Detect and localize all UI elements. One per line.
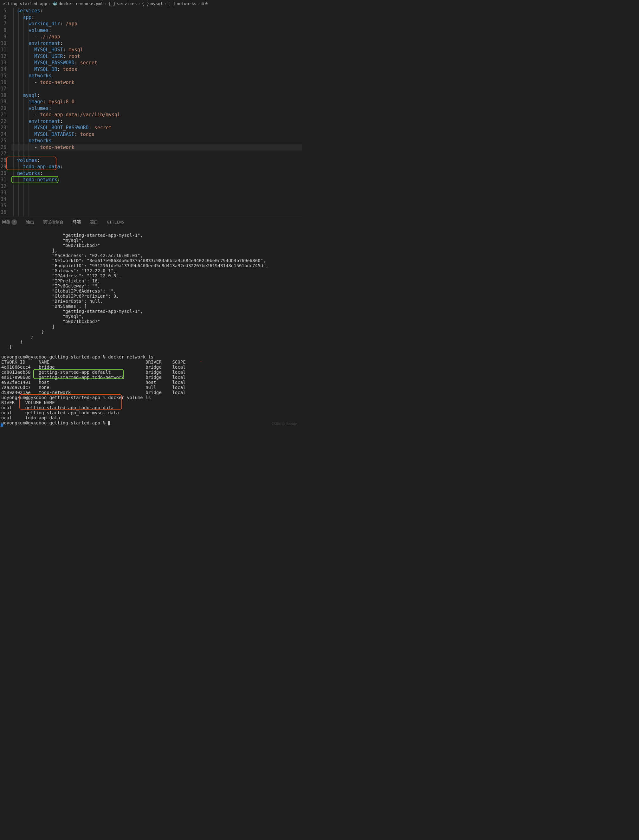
breadcrumb-separator: › (138, 1, 141, 6)
panel-tab-ports[interactable]: 端口 (90, 218, 98, 226)
code-line[interactable]: working_dir: /app (11, 21, 302, 27)
terminal-line: d599a4021ae todo-network bridge local (1, 390, 302, 395)
code-line[interactable]: - todo-network (11, 79, 302, 86)
terminal-line: } (1, 329, 302, 334)
line-number: 14 (0, 66, 6, 73)
code-line[interactable]: - todo-app-data:/var/lib/mysql (11, 111, 302, 118)
breadcrumb-item[interactable]: 0 (205, 1, 208, 6)
line-number: 17 (0, 86, 6, 92)
terminal-line: ocal getting-started-app_todo-mysql-data (1, 410, 302, 415)
line-number: 16 (0, 79, 6, 86)
breadcrumb-item[interactable]: mysql (151, 1, 163, 6)
terminal-line: } (1, 339, 302, 344)
code-line[interactable]: environment: (11, 118, 302, 125)
code-line[interactable]: MYSQL_DB: todos (11, 66, 302, 73)
breadcrumb-separator: › (49, 1, 51, 6)
code-line[interactable]: app: (11, 14, 302, 21)
line-number: 31 (0, 177, 6, 183)
watermark-text: CSDN @_Rookie_ (272, 422, 299, 426)
terminal-line: "b0d71bc3bbd7" (1, 319, 302, 324)
line-number: 19 (0, 99, 6, 105)
terminal-line: uoyongkun@gykoooo getting-started-app % … (1, 395, 302, 400)
line-number: 23 (0, 124, 6, 131)
code-line[interactable]: todo-app-data: (11, 164, 302, 170)
terminal-line: ocal getting-started-app_todo-app-data (1, 405, 302, 410)
line-number: 30 (0, 170, 6, 177)
terminal-line: "IPPrefixLen": 16, (1, 278, 302, 283)
line-number: 26 (0, 144, 6, 151)
code-area[interactable]: services: app: working_dir: /app volumes… (8, 7, 302, 216)
code-line[interactable]: services: (11, 8, 302, 14)
code-line[interactable]: MYSQL_HOST: mysql (11, 46, 302, 53)
breadcrumb-item[interactable]: networks (176, 1, 197, 6)
terminal-line: ETWORK ID NAME DRIVER SCOPE (1, 360, 302, 364)
code-line[interactable]: environment: (11, 40, 302, 47)
breadcrumb-item[interactable]: etting-started-app (3, 1, 47, 6)
code-line[interactable]: image: mysql:8.0 (11, 99, 302, 105)
line-number-gutter: 5678910111213141516171819202122232425262… (0, 7, 8, 216)
line-number: 11 (0, 46, 6, 53)
terminal-output[interactable]: "getting-started-app-mysql-1", "mysql", … (0, 226, 302, 428)
code-line[interactable] (11, 183, 302, 190)
code-line[interactable] (11, 86, 302, 92)
line-number: 35 (0, 202, 6, 209)
terminal-line: e992fec1401 host host local (1, 380, 302, 385)
suggestion-dot-icon: · (200, 359, 202, 364)
code-line[interactable] (11, 189, 302, 196)
terminal-line: "mysql", (1, 238, 302, 243)
code-line[interactable]: volumes: (11, 157, 302, 164)
code-line[interactable]: networks: (11, 73, 302, 79)
breadcrumb-item[interactable]: docker-compose.yml (59, 1, 103, 6)
line-number: 18 (0, 92, 6, 99)
terminal-line: "getting-started-app-mysql-1", (1, 233, 302, 238)
panel-tab-debug[interactable]: 调试控制台 (43, 218, 64, 226)
terminal-line: "NetworkID": "3ea617e9868db6d037a40833c9… (1, 258, 302, 263)
code-line[interactable] (11, 151, 302, 157)
code-line[interactable]: todo-network: (11, 177, 302, 183)
terminal-line: RIVER VOLUME NAME (1, 400, 302, 405)
code-line[interactable]: MYSQL_USER: root (11, 53, 302, 60)
terminal-line: "EndpointID": "931216fde9a13349b6400ee45… (1, 263, 302, 268)
terminal-line: "DNSNames": [ (1, 304, 302, 309)
code-editor[interactable]: 5678910111213141516171819202122232425262… (0, 7, 302, 216)
terminal-line: uoyongkun@gykoooo getting-started-app % … (1, 355, 302, 360)
code-line[interactable]: volumes: (11, 105, 302, 112)
line-number: 32 (0, 183, 6, 190)
terminal-line: "IPv6Gateway": "", (1, 283, 302, 288)
terminal-line: "GlobalIPv6PrefixLen": 0, (1, 294, 302, 299)
terminal-line: uoyongkun@gykoooo getting-started-app % (1, 420, 302, 425)
terminal-line: "GlobalIPv6Address": "", (1, 288, 302, 294)
line-number: 10 (0, 40, 6, 47)
panel-tab-problems[interactable]: 问题2 (2, 218, 17, 226)
code-line[interactable]: - ./:/app (11, 33, 302, 40)
code-line[interactable]: MYSQL_PASSWORD: secret (11, 60, 302, 66)
line-number: 25 (0, 138, 6, 144)
line-number: 7 (0, 21, 6, 27)
terminal-line: } (1, 344, 302, 349)
line-number: 6 (0, 14, 6, 21)
line-number: 24 (0, 131, 6, 138)
code-line[interactable]: - todo-network (11, 144, 302, 151)
line-number: 5 (0, 8, 6, 14)
terminal-line: "b0d71bc3bbd7" (1, 243, 302, 248)
code-line[interactable] (11, 209, 302, 216)
code-line[interactable]: networks: (11, 170, 302, 177)
panel-tab-output[interactable]: 输出 (26, 218, 34, 226)
terminal-line: "Gateway": "172.22.0.1", (1, 268, 302, 273)
breadcrumb: etting-started-app›🐳 docker-compose.yml›… (0, 0, 302, 7)
panel-tab-terminal[interactable]: 终端 (73, 218, 81, 226)
breadcrumb-item[interactable]: services (117, 1, 137, 6)
breadcrumb-separator: › (105, 1, 107, 6)
code-line[interactable]: MYSQL_ROOT_PASSWORD: secret (11, 124, 302, 131)
line-number: 22 (0, 118, 6, 125)
panel-tab-gitlens[interactable]: GITLENS (107, 218, 124, 226)
line-number: 8 (0, 27, 6, 34)
code-line[interactable]: networks: (11, 138, 302, 144)
code-line[interactable]: volumes: (11, 27, 302, 34)
code-line[interactable]: MYSQL_DATABASE: todos (11, 131, 302, 138)
line-number: 9 (0, 33, 6, 40)
code-line[interactable]: mysql: (11, 92, 302, 99)
code-line[interactable] (11, 196, 302, 203)
docker-file-icon: 🐳 (52, 1, 57, 6)
code-line[interactable] (11, 202, 302, 209)
